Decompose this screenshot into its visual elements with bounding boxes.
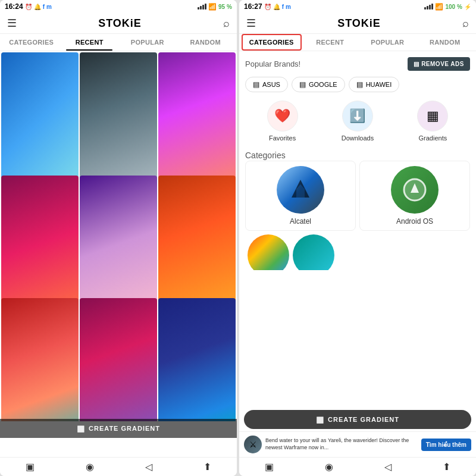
favorites-circle: ❤️	[267, 101, 298, 131]
asus-icon: ▤	[253, 80, 259, 89]
downloads-circle: ⬇️	[342, 101, 373, 131]
alcatel-label: Alcatel	[290, 217, 311, 226]
android-label: Android OS	[396, 217, 433, 226]
battery-pct-sign-right: %	[457, 4, 462, 10]
bottom-nav-right: ▣ ◉ ◁ ⬆	[239, 457, 476, 476]
ad-text: Bend water to your will as Yareli, the w…	[265, 437, 418, 451]
battery-right: 100	[445, 4, 455, 10]
nav-back-right[interactable]: ◁	[384, 461, 392, 472]
tab-popular-left[interactable]: POPULAR	[118, 34, 177, 51]
categories-content: Popular Brands! ▤ REMOVE ADS ▤ ASUS ▤ GO…	[239, 51, 476, 410]
time-right: 16:27	[244, 2, 262, 11]
app-title-left: STOKiE	[98, 17, 142, 30]
nav-recents-left[interactable]: ⬆	[203, 461, 211, 472]
remove-ads-button[interactable]: ▤ REMOVE ADS	[408, 57, 470, 71]
table-row[interactable]: Oppo Reno 6 Pro	[80, 298, 157, 421]
tab-popular-right[interactable]: POPULAR	[359, 34, 416, 51]
gradients-circle: ▦	[417, 101, 448, 131]
gradients-label: Gradients	[419, 134, 447, 142]
partial-cat-gradient[interactable]	[248, 234, 289, 270]
notifications-icon: 🔔	[34, 4, 41, 10]
brand-chip-google[interactable]: ▤ GOOGLE	[292, 77, 345, 92]
heart-icon: ❤️	[274, 108, 290, 124]
tab-bar-left: CATEGORIES RECENT POPULAR RANDOM	[0, 34, 237, 51]
tab-categories-left[interactable]: CATEGORIES	[2, 34, 61, 51]
brand-chips: ▤ ASUS ▤ GOOGLE ▤ HUAWEI	[245, 77, 470, 92]
categories-section-title: Categories	[245, 150, 470, 161]
ad-banner: ⚔ Bend water to your will as Yareli, the…	[239, 431, 476, 457]
tab-random-right[interactable]: RANDOM	[416, 34, 474, 51]
search-icon-left[interactable]: ⌕	[223, 17, 230, 30]
ad-icon: ⚔	[244, 436, 262, 453]
remove-ads-label: REMOVE ADS	[421, 61, 464, 67]
battery-pct-sign-left: %	[227, 4, 232, 10]
google-icon: ▤	[299, 80, 306, 89]
download-icon: ⬇️	[349, 108, 365, 124]
table-row[interactable]: Oppo Reno 6 Pro	[80, 176, 157, 313]
tab-recent-left[interactable]: RECENT	[61, 34, 119, 51]
table-row[interactable]: Oppo Reno 6 Pro	[1, 176, 79, 313]
brand-chip-huawei[interactable]: ▤ HUAWEI	[349, 77, 400, 92]
create-gradient-button-left[interactable]: ▦ CREATE GRADIENT	[0, 419, 237, 438]
messenger-icon: m	[46, 4, 52, 10]
app-title-right: STOKiE	[337, 17, 381, 30]
partial-cat-teal[interactable]	[293, 234, 334, 270]
bottom-nav-left: ▣ ◉ ◁ ⬆	[0, 457, 237, 476]
hamburger-icon-left[interactable]: ☰	[7, 17, 17, 30]
remove-ads-icon: ▤	[414, 61, 419, 67]
hamburger-icon-right[interactable]: ☰	[246, 17, 256, 30]
nav-home-left[interactable]: ◉	[86, 461, 94, 472]
favorites-label: Favorites	[269, 134, 296, 142]
top-nav-right: ☰ STOKiE ⌕	[239, 13, 476, 34]
categories-grid: Alcatel Android OS	[245, 161, 470, 231]
alcatel-image	[277, 166, 324, 214]
table-row[interactable]: Oppo Reno 6 Pro	[158, 52, 236, 190]
ad-cta-button[interactable]: Tìm hiểu thêm	[421, 439, 471, 451]
create-gradient-label-left: CREATE GRADIENT	[89, 425, 160, 432]
status-bar-right: 16:27 ⏰ 🔔 f m 📶 100 % ⚡	[239, 0, 476, 13]
brand-chip-asus[interactable]: ▤ ASUS	[245, 77, 288, 92]
warframe-icon: ⚔	[249, 440, 257, 449]
huawei-icon: ▤	[356, 80, 363, 89]
nav-square-right[interactable]: ▣	[265, 461, 274, 472]
signal-icon-right	[424, 4, 433, 10]
wifi-icon-left: 📶	[208, 3, 217, 11]
table-row[interactable]: Oppo Reno 6 Pro	[1, 52, 79, 190]
nav-recents-right[interactable]: ⬆	[443, 461, 450, 472]
table-row[interactable]: Oppo Reno 6 Pro	[158, 176, 236, 313]
table-row[interactable]: Oppo Reno 6 Pro	[80, 52, 157, 190]
gradient-icon-left: ▦	[77, 424, 85, 433]
popular-brands-title: Popular Brands!	[245, 60, 300, 68]
nav-square-left[interactable]: ▣	[26, 461, 35, 472]
gradients-item[interactable]: ▦ Gradients	[417, 101, 448, 142]
create-gradient-label-right: CREATE GRADIENT	[328, 416, 399, 423]
battery-left: 95	[218, 4, 225, 10]
search-icon-right[interactable]: ⌕	[462, 17, 469, 30]
partial-categories	[245, 234, 470, 270]
category-alcatel[interactable]: Alcatel	[245, 161, 356, 231]
tab-recent-right[interactable]: RECENT	[302, 34, 359, 51]
table-row[interactable]: Oppo Reno 6 Pro	[1, 298, 79, 421]
bluetooth-icon: ⚡	[464, 4, 471, 10]
gradients-icon: ▦	[427, 108, 439, 124]
ad-text-content: Bend water to your will as Yareli, the w…	[265, 437, 409, 450]
tab-bar-right: CATEGORIES RECENT POPULAR RANDOM	[239, 34, 476, 51]
popular-brands-header: Popular Brands! ▤ REMOVE ADS	[245, 57, 470, 71]
wallpaper-grid-container: Oppo Reno 6 Pro Oppo Reno 6 Pro Oppo Ren…	[0, 51, 237, 457]
table-row[interactable]: Oppo Reno 6 Pro	[158, 298, 236, 421]
downloads-item[interactable]: ⬇️ Downloads	[342, 101, 374, 142]
category-android[interactable]: Android OS	[359, 161, 470, 231]
google-label: GOOGLE	[309, 81, 337, 88]
wifi-icon-right: 📶	[435, 3, 443, 11]
gradient-icon-right: ▦	[316, 415, 324, 424]
alarm-icon: ⏰	[25, 4, 32, 10]
quick-access: ❤️ Favorites ⬇️ Downloads ▦ Gradients	[245, 101, 470, 142]
create-gradient-button-right[interactable]: ▦ CREATE GRADIENT	[244, 410, 471, 429]
nav-home-right[interactable]: ◉	[325, 461, 333, 472]
favorites-item[interactable]: ❤️ Favorites	[267, 101, 298, 142]
tab-categories-right[interactable]: CATEGORIES	[242, 34, 302, 51]
asus-label: ASUS	[262, 81, 280, 88]
tab-random-left[interactable]: RANDOM	[177, 34, 235, 51]
signal-icon	[198, 4, 206, 10]
nav-back-left[interactable]: ◁	[145, 461, 152, 472]
